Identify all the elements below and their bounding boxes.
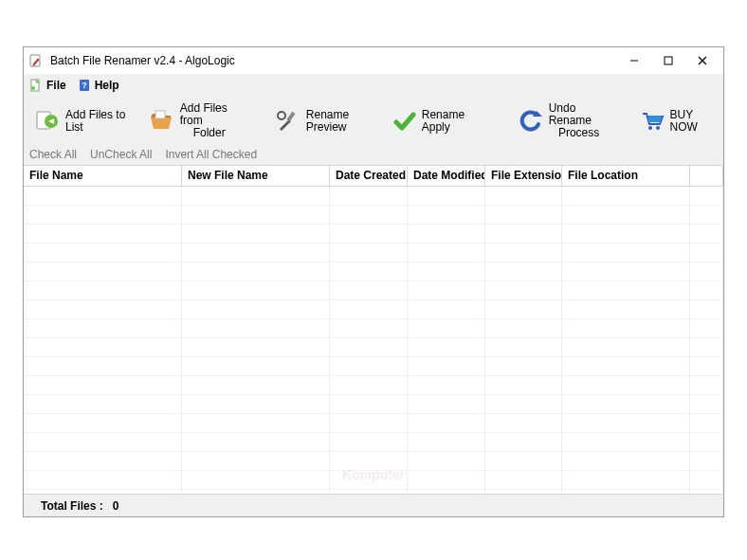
col-date-modified[interactable]: Date Modified <box>408 166 485 186</box>
table-row <box>24 376 723 395</box>
table-row <box>24 490 723 494</box>
undo-icon <box>519 108 543 135</box>
table-row <box>24 452 723 471</box>
check-all-link[interactable]: Check All <box>29 148 77 161</box>
add-files-label: Add Files to List <box>65 109 131 134</box>
help-icon: ? <box>78 79 91 92</box>
table-row <box>24 319 723 338</box>
undo-label-1: Undo Rename <box>549 102 610 127</box>
svg-point-18 <box>656 126 660 130</box>
grid-body[interactable]: Komputer <box>24 187 723 494</box>
rename-apply-label: Rename Apply <box>422 109 484 134</box>
col-new-file-name[interactable]: New File Name <box>182 166 330 186</box>
cart-icon <box>640 108 665 135</box>
buy-now-label: BUY NOW <box>670 109 714 134</box>
svg-rect-14 <box>286 112 295 121</box>
table-row <box>24 262 723 281</box>
add-files-icon <box>33 108 60 135</box>
table-row <box>24 395 723 414</box>
undo-button[interactable]: Undo Rename Process <box>511 100 617 142</box>
table-row <box>24 300 723 319</box>
rename-apply-button[interactable]: Rename Apply <box>386 106 492 136</box>
checkbar: Check All UnCheck All Invert All Checked <box>24 146 723 165</box>
close-button[interactable] <box>685 49 720 72</box>
col-file-location[interactable]: File Location <box>562 166 690 186</box>
minimize-button[interactable] <box>617 49 651 72</box>
menubar: File ? Help <box>24 74 723 97</box>
table-row <box>24 206 723 225</box>
toolbar: Add Files to List Add Files from Folder <box>24 97 723 146</box>
svg-text:?: ? <box>82 81 87 90</box>
svg-rect-13 <box>155 111 165 118</box>
rename-preview-button[interactable]: Rename Preview <box>266 106 384 136</box>
statusbar: Total Files : 0 <box>24 494 723 516</box>
rename-preview-label: Rename Preview <box>306 109 376 134</box>
col-file-extension[interactable]: File Extension <box>485 166 562 186</box>
app-icon <box>29 53 45 68</box>
tools-icon <box>274 108 301 135</box>
svg-point-7 <box>31 86 35 90</box>
svg-point-15 <box>278 112 285 119</box>
uncheck-all-link[interactable]: UnCheck All <box>90 148 152 161</box>
col-date-created[interactable]: Date Created <box>330 166 408 186</box>
table-row <box>24 225 723 244</box>
add-folder-label-1: Add Files from <box>180 102 239 127</box>
window-title: Batch File Renamer v2.4 - AlgoLogic <box>50 54 617 67</box>
table-row <box>24 244 723 262</box>
file-icon <box>29 79 43 92</box>
svg-rect-3 <box>665 57 672 64</box>
file-grid: File Name New File Name Date Created Dat… <box>24 165 723 494</box>
table-row <box>24 281 723 300</box>
undo-label-2: Process <box>549 127 610 139</box>
table-row <box>24 187 723 206</box>
svg-rect-19 <box>648 116 661 122</box>
menu-file-label: File <box>46 79 66 92</box>
app-window: Batch File Renamer v2.4 - AlgoLogic File… <box>23 46 724 517</box>
col-spacer <box>690 166 723 186</box>
grid-header: File Name New File Name Date Created Dat… <box>24 166 723 187</box>
menu-help[interactable]: ? Help <box>78 79 119 92</box>
buy-now-button[interactable]: BUY NOW <box>632 106 721 136</box>
invert-checked-link[interactable]: Invert All Checked <box>165 148 257 161</box>
check-icon <box>393 108 416 135</box>
table-row <box>24 471 723 490</box>
menu-file[interactable]: File <box>29 79 66 92</box>
table-row <box>24 433 723 452</box>
table-row <box>24 414 723 433</box>
status-value: 0 <box>113 499 119 513</box>
folder-open-icon <box>148 108 174 135</box>
add-folder-label-2: Folder <box>180 127 239 139</box>
add-files-button[interactable]: Add Files to List <box>26 106 138 136</box>
table-row <box>24 338 723 357</box>
add-folder-button[interactable]: Add Files from Folder <box>140 100 246 142</box>
status-label: Total Files : <box>41 499 103 513</box>
titlebar: Batch File Renamer v2.4 - AlgoLogic <box>24 47 723 74</box>
svg-point-1 <box>37 59 39 61</box>
col-file-name[interactable]: File Name <box>24 166 182 186</box>
table-row <box>24 357 723 376</box>
maximize-button[interactable] <box>651 49 685 72</box>
menu-help-label: Help <box>95 79 119 92</box>
svg-point-17 <box>648 126 652 130</box>
